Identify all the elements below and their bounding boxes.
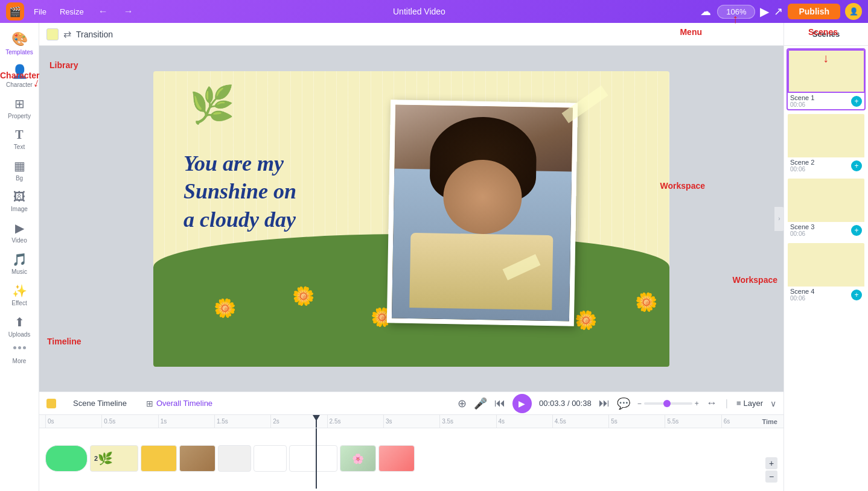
right-panel: Scenes Scene 1 00:06 + Scene 2	[783, 23, 868, 491]
sidebar-item-bg[interactable]: ▦ Bg	[2, 155, 37, 185]
workspace[interactable]: 🌿 You are my Sunshine on a cloudy day 🌼 …	[39, 46, 783, 391]
sidebar-item-property[interactable]: ⊞ Property	[2, 93, 37, 123]
time-display: 00:03.3 / 00:38	[539, 399, 592, 408]
expand-icon[interactable]: ∨	[770, 399, 776, 408]
canvas[interactable]: 🌿 You are my Sunshine on a cloudy day 🌼 …	[153, 71, 669, 367]
resize-menu[interactable]: Resize	[56, 6, 88, 17]
tab-overall-timeline[interactable]: ⊞ Overall Timeline	[141, 396, 217, 411]
publish-button[interactable]: Publish	[788, 4, 840, 19]
scene-add-btn-3[interactable]: +	[851, 225, 862, 236]
track-7[interactable]: 🌸	[340, 445, 376, 472]
scene-name-3: Scene 3	[790, 223, 814, 230]
track-8[interactable]	[378, 445, 415, 472]
timeline-controls: ⊕ 🎤 ⏮ ▶ 00:03.3 / 00:38 ⏭ 💬 − + ↔ |	[458, 394, 776, 413]
time-label: Time	[762, 418, 777, 425]
sidebar-item-effect[interactable]: ✨ Effect	[2, 280, 37, 310]
flower-5: 🌼	[575, 309, 597, 331]
mark-5.5s: 5.5s	[665, 415, 721, 428]
scene-name-2: Scene 2	[790, 159, 814, 166]
zoom-slider[interactable]: − +	[637, 399, 699, 408]
canvas-photo[interactable]	[387, 100, 578, 326]
sidebar-item-text[interactable]: T Text	[2, 124, 37, 154]
expand-timeline-icon[interactable]: ↔	[706, 397, 717, 410]
sidebar-item-image[interactable]: 🖼 Image	[2, 186, 37, 216]
scene-timeline-icon	[46, 399, 56, 408]
user-avatar[interactable]: 👤	[845, 3, 862, 20]
time-plus-button[interactable]: +	[765, 457, 777, 469]
video-icon: ▶	[15, 221, 24, 235]
sidebar-item-templates[interactable]: 🎨 Templates	[2, 28, 37, 59]
zoom-plus[interactable]: +	[695, 399, 699, 408]
track-6[interactable]	[254, 445, 287, 472]
project-title[interactable]: Untitled Video	[144, 7, 694, 16]
sidebar-item-uploads[interactable]: ⬆ Uploads	[2, 311, 37, 341]
scene-item-3[interactable]: Scene 3 00:06 +	[787, 177, 866, 239]
zoom-minus[interactable]: −	[637, 399, 642, 408]
image-icon: 🖼	[13, 190, 25, 204]
mark-3s: 3s	[383, 415, 439, 428]
scene-item-2[interactable]: Scene 2 00:06 +	[787, 113, 866, 175]
track-3[interactable]	[141, 445, 177, 472]
playhead-triangle	[313, 415, 320, 421]
track-1[interactable]	[45, 445, 88, 472]
character-icon: 👤	[11, 64, 28, 80]
skip-forward-icon[interactable]: ⏭	[599, 397, 610, 410]
scene-item-4[interactable]: Scene 4 00:06 +	[787, 242, 866, 304]
mark-4s: 4s	[496, 415, 552, 428]
undo-button[interactable]: ←	[94, 5, 113, 18]
time-minus-button[interactable]: −	[765, 470, 777, 483]
scene-add-btn-2[interactable]: +	[851, 160, 862, 171]
transition-label[interactable]: Transition	[76, 30, 113, 39]
scene-tab-label: Scene Timeline	[73, 399, 127, 408]
timeline-play-button[interactable]: ▶	[512, 394, 532, 413]
track-2[interactable]: 2 🌿	[90, 445, 138, 472]
cloud-save-icon[interactable]: ☁	[700, 5, 711, 18]
file-menu[interactable]: File	[30, 6, 50, 17]
scene-info-2: Scene 2 00:06 +	[788, 157, 864, 174]
mic-icon[interactable]: 🎤	[474, 397, 487, 410]
timeline-playhead[interactable]	[316, 415, 317, 428]
scenes-header-label: Scenes	[812, 30, 840, 39]
track-5[interactable]	[218, 445, 251, 472]
canvas-text-line3: a cloudy day	[183, 206, 296, 234]
zoom-control[interactable]: 106%	[717, 5, 755, 19]
track-separator	[289, 445, 337, 472]
skip-back-icon[interactable]: ⏮	[494, 397, 505, 410]
scene-duration-3: 00:06	[790, 230, 814, 237]
canvas-main-text: You are my Sunshine on a cloudy day	[183, 150, 296, 234]
mark-0s: 0s	[45, 415, 101, 428]
topbar: 🎬 File Resize ← → Untitled Video ☁ 106% …	[0, 0, 868, 23]
share-icon[interactable]: ↗	[774, 5, 783, 18]
sidebar-item-character[interactable]: 👤 Character	[2, 60, 37, 92]
zoom-track[interactable]	[644, 402, 692, 405]
annotation-workspace: Workspace	[733, 275, 777, 285]
redo-button[interactable]: →	[119, 5, 138, 18]
scene-duration-4: 00:06	[790, 295, 814, 302]
scene-thumb-4	[788, 243, 865, 287]
collapse-handle[interactable]: ›	[774, 207, 783, 231]
sidebar-item-music[interactable]: 🎵 Music	[2, 249, 37, 279]
sidebar-label-effect: Effect	[11, 300, 27, 306]
scene-name-1: Scene 1	[790, 94, 814, 101]
app-logo[interactable]: 🎬	[6, 2, 24, 21]
music-icon: 🎵	[12, 252, 27, 267]
left-sidebar: 🎨 Templates 👤 Character ⊞ Property T Tex…	[0, 23, 39, 491]
sidebar-item-more[interactable]: More	[2, 354, 37, 368]
scene-add-btn-4[interactable]: +	[851, 290, 862, 300]
mark-3.5s: 3.5s	[439, 415, 496, 428]
scene-name-4: Scene 4	[790, 288, 814, 295]
transition-color-box[interactable]	[46, 28, 59, 40]
preview-play-icon[interactable]: ▶	[760, 4, 769, 19]
subtitles-icon[interactable]: 💬	[617, 397, 630, 410]
add-element-icon[interactable]: ⊕	[458, 397, 467, 410]
center-area: ⇄ Transition 🌿 You are my Sunshine on a …	[39, 23, 783, 491]
app-logo-icon: 🎬	[9, 6, 21, 17]
layer-button[interactable]: ≡ Layer	[736, 399, 763, 408]
timeline-playhead-line	[316, 428, 317, 489]
scene-add-btn-1[interactable]: +	[851, 96, 862, 107]
sidebar-item-video[interactable]: ▶ Video	[2, 217, 37, 247]
timeline-area: Scene Timeline ⊞ Overall Timeline ⊕ 🎤 ⏮ …	[39, 391, 783, 491]
scene-item-1[interactable]: Scene 1 00:06 +	[787, 48, 866, 110]
track-4[interactable]	[179, 445, 215, 472]
tab-scene-timeline[interactable]: Scene Timeline	[68, 396, 132, 410]
